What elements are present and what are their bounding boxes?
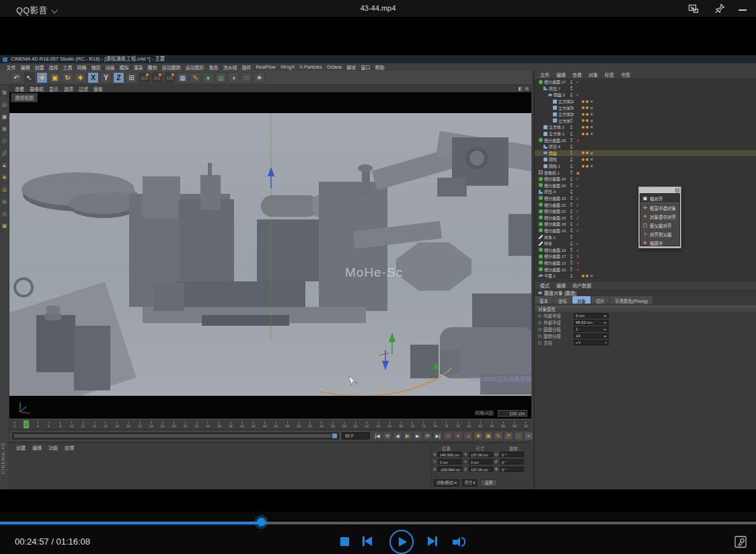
object-name[interactable]: 细分曲面.17	[544, 253, 566, 259]
coord-position-input[interactable]: 140.506 cm	[438, 452, 462, 457]
object-name[interactable]: 细分曲面.16	[544, 228, 566, 234]
coord-rotation-input[interactable]: 0 °	[500, 459, 524, 464]
object-name[interactable]: 细分曲面.13	[544, 260, 566, 266]
palette-command[interactable]: ▢ 使父级对齐	[640, 221, 679, 230]
menu-item[interactable]: 运动跟踪	[159, 64, 183, 71]
attribute-menu-item[interactable]: 编辑	[554, 282, 568, 289]
object-tags[interactable]: ✕	[582, 157, 593, 162]
viewport-menu-item[interactable]: 过滤	[76, 85, 91, 92]
coord-size-input[interactable]: 0 cm	[469, 459, 493, 464]
attribute-field-input[interactable]: 1◂▸	[574, 326, 609, 333]
menu-item[interactable]: X-Particles	[297, 65, 325, 69]
palette-titlebar[interactable]	[640, 188, 680, 193]
object-name[interactable]: 细分曲面.19	[544, 247, 566, 253]
coord-size-input[interactable]: 137.06 cm	[469, 452, 493, 457]
xpresso-tag-icon[interactable]: ✕	[590, 164, 593, 168]
coord-mode-dropdown[interactable]: 对象(相对) ▾	[434, 479, 459, 487]
visibility-dots[interactable]	[570, 177, 573, 181]
toolbar-icon[interactable]: ▭	[164, 72, 176, 83]
palette-command[interactable]: ✚ 框显中选对象	[640, 203, 679, 212]
coord-position-input[interactable]: 0 cm	[438, 459, 462, 464]
object-row[interactable]: 细分曲面.17	[535, 253, 756, 260]
previous-button[interactable]	[363, 536, 372, 546]
enabled-state-icon[interactable]	[575, 241, 580, 246]
visibility-dots[interactable]	[570, 80, 573, 84]
toolbar-icon[interactable]: ▣	[49, 72, 61, 83]
object-tags[interactable]: ✕	[582, 112, 593, 116]
object-name[interactable]: 挤压.6	[549, 143, 560, 149]
tag-icon[interactable]	[582, 151, 584, 154]
visibility-dots[interactable]	[570, 138, 573, 142]
object-tags[interactable]: ✕	[582, 131, 593, 136]
visibility-dots[interactable]	[570, 93, 573, 97]
object-manager-menu-item[interactable]: 编辑	[554, 71, 568, 78]
object-name[interactable]: 圆盘.2	[554, 92, 565, 98]
tag-icon[interactable]	[586, 113, 589, 116]
mode-toolbar-icon[interactable]: ▣	[1, 222, 8, 230]
toolbar-icon[interactable]: Z	[113, 72, 124, 83]
coord-size-mode-dropdown[interactable]: 尺寸 ▾	[462, 479, 478, 487]
mode-toolbar-icon[interactable]: ⇅	[1, 89, 8, 96]
enabled-state-icon[interactable]	[575, 221, 580, 226]
keyframe-circle-icon[interactable]	[538, 314, 541, 318]
visibility-dots[interactable]	[570, 151, 573, 155]
always-on-top-pin-icon[interactable]	[714, 3, 726, 15]
spinner-arrows-icon[interactable]: ◂▸	[603, 313, 607, 318]
toolbar-icon[interactable]: Y	[100, 72, 112, 83]
toolbar-icon[interactable]: ↻	[62, 72, 73, 83]
visibility-dots[interactable]	[570, 267, 573, 271]
toolbar-icon[interactable]: ▭	[151, 72, 163, 83]
spinner-arrows-icon[interactable]: ◂▸	[603, 320, 607, 325]
object-manager-menu-item[interactable]: 标签	[602, 71, 617, 78]
visibility-dots[interactable]	[570, 106, 573, 110]
object-row[interactable]: 细分曲面.15	[535, 266, 756, 273]
object-name[interactable]: 平面.1	[544, 273, 556, 279]
object-row[interactable]: 摄像机.1	[535, 169, 756, 176]
spinner-arrows-icon[interactable]: ◂▸	[603, 326, 607, 332]
toolbar-icon[interactable]: ▦	[177, 72, 188, 83]
object-name[interactable]: 细分曲面.20	[544, 215, 566, 221]
menu-item[interactable]: 角色	[206, 64, 221, 71]
tag-icon[interactable]	[586, 275, 589, 277]
tag-icon[interactable]	[582, 158, 584, 161]
object-name[interactable]: 圆盘	[549, 150, 557, 156]
visibility-dots[interactable]	[570, 170, 573, 174]
object-tags[interactable]: ✕	[582, 164, 593, 168]
object-name[interactable]: 细分曲面.23	[544, 195, 566, 201]
mode-toolbar-icon[interactable]: ◇	[1, 101, 8, 108]
enabled-state-icon[interactable]	[575, 183, 580, 188]
attribute-tab[interactable]: 基本	[535, 296, 554, 304]
palette-command[interactable]: ▣ 轴对齐	[640, 194, 679, 203]
visibility-dots[interactable]	[570, 118, 573, 123]
object-manager-menu-item[interactable]: 书签	[618, 71, 633, 78]
tag-icon[interactable]	[586, 106, 589, 109]
coord-rotation-input[interactable]: 0 °	[500, 466, 524, 472]
toolbar-icon[interactable]: X	[87, 72, 99, 83]
xpresso-tag-icon[interactable]: ✕	[590, 125, 593, 129]
xpresso-tag-icon[interactable]: ✕	[590, 273, 593, 278]
palette-command[interactable]: ✚ 对齐到父级	[640, 230, 679, 238]
menu-item[interactable]: RealFlow	[254, 65, 278, 69]
transport-button[interactable]: ✚	[474, 431, 483, 440]
menu-item[interactable]: 脚本	[344, 64, 358, 71]
keyframe-circle-icon[interactable]	[538, 328, 541, 331]
tag-icon[interactable]	[586, 119, 589, 122]
visibility-dots[interactable]	[570, 190, 573, 194]
progress-bar[interactable]	[0, 522, 756, 524]
mode-toolbar-icon[interactable]: ○	[1, 210, 8, 217]
transport-button[interactable]: ●	[453, 431, 463, 440]
spinner-arrows-icon[interactable]: ◂▸	[603, 333, 607, 339]
menu-item[interactable]: XfrogX	[278, 65, 297, 69]
menu-item[interactable]: 渲染	[131, 64, 145, 71]
menu-item[interactable]: 模拟	[117, 64, 131, 71]
object-name[interactable]: 摄像机.1	[544, 170, 560, 176]
enabled-state-icon[interactable]	[575, 92, 580, 97]
mode-toolbar-icon[interactable]: ▦	[1, 113, 8, 120]
mode-toolbar-icon[interactable]: ✚	[1, 174, 8, 181]
object-row[interactable]: 立方体 ✕	[535, 118, 756, 125]
stop-button[interactable]	[340, 537, 349, 546]
viewport-menu-item[interactable]: 选项	[61, 85, 76, 92]
visibility-dots[interactable]	[570, 132, 573, 136]
material-menu-item[interactable]: 创建	[13, 444, 28, 451]
object-row[interactable]: 挤压.7	[535, 85, 756, 92]
